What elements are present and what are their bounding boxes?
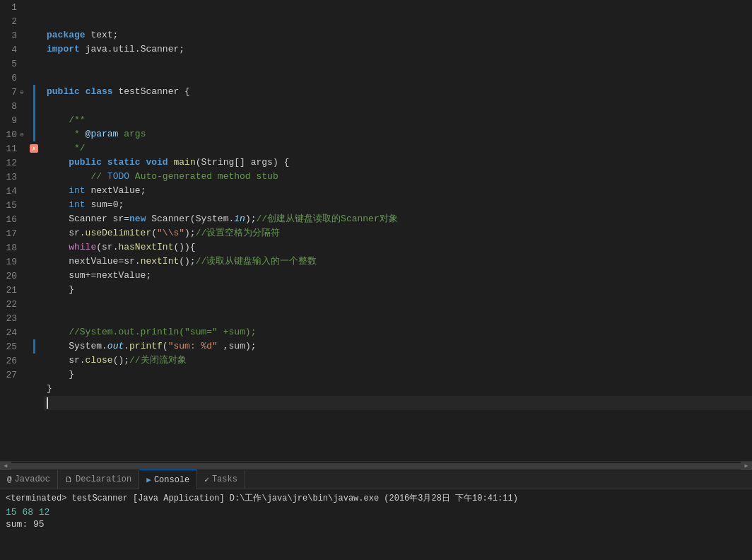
token-kw: class	[86, 85, 113, 99]
token-comment: //关闭流对象	[129, 354, 187, 368]
tab-console[interactable]: ▶Console	[139, 469, 197, 489]
token-plain: Scanner(System.	[146, 212, 234, 226]
token-plain: }	[47, 368, 74, 382]
token-plain: );	[245, 212, 257, 226]
line-num-text: 23	[0, 313, 17, 324]
token-kw: import	[47, 42, 80, 57]
line-num-text: 11	[0, 144, 17, 154]
tab-icon-tasks: ✓	[204, 475, 209, 484]
token-string: "sum: %d"	[168, 339, 218, 354]
token-kw2: while	[69, 240, 96, 255]
margin-row-7	[27, 85, 41, 99]
code-line-6	[44, 99, 752, 113]
code-line-27	[44, 396, 752, 410]
token-comment: //	[47, 170, 107, 184]
line-number-12: 12	[0, 156, 27, 170]
console-output: sum: 95	[6, 519, 746, 530]
code-scroll-area[interactable]: 1234567⊖8910⊖111213141516171819202122232…	[0, 0, 752, 461]
token-comment: /**	[47, 113, 86, 127]
token-plain: (sr.	[96, 240, 118, 255]
margin-row-2	[27, 14, 41, 28]
code-line-1: package text;	[44, 28, 752, 42]
tab-label-console: Console	[154, 475, 189, 485]
scroll-right-button[interactable]: ▶	[741, 462, 752, 470]
token-plain	[47, 240, 69, 255]
tab-javadoc[interactable]: @Javadoc	[0, 469, 58, 489]
fold-range-indicator	[33, 113, 35, 127]
token-plain: testScanner {	[113, 85, 190, 99]
margin-row-3	[27, 28, 41, 42]
scroll-track[interactable]	[11, 463, 741, 469]
code-line-14: Scanner sr=new Scanner(System.in);//创建从键…	[44, 212, 752, 226]
line-number-16: 16	[0, 212, 27, 226]
line-num-text: 17	[0, 228, 17, 239]
text-cursor	[47, 397, 48, 409]
token-method: close	[86, 354, 113, 368]
fold-range-indicator	[33, 85, 35, 99]
line-num-text: 15	[0, 200, 17, 211]
line-num-text: 9	[0, 115, 17, 126]
fold-button[interactable]: ⊖	[17, 131, 27, 139]
left-margin: ✗	[27, 0, 41, 461]
scroll-left-button[interactable]: ◀	[0, 462, 11, 470]
line-num-text: 12	[0, 158, 17, 168]
token-type: int	[69, 198, 85, 212]
console-numbers: 15 68 12	[6, 507, 746, 518]
line-num-text: 18	[0, 243, 17, 253]
code-line-16: while(sr.hasNextInt()){	[44, 240, 752, 255]
margin-row-25	[27, 339, 41, 354]
code-line-3	[44, 57, 752, 71]
token-plain: );	[184, 226, 196, 240]
line-num-text: 27	[0, 370, 17, 380]
margin-row-12	[27, 156, 41, 170]
tab-declaration[interactable]: 🗋Declaration	[58, 469, 139, 489]
line-number-6: 6	[0, 71, 27, 85]
token-comment: //设置空格为分隔符	[196, 226, 281, 240]
token-plain: }	[47, 283, 74, 297]
error-indicator: ✗	[30, 144, 38, 153]
line-number-21: 21	[0, 283, 27, 297]
margin-row-14	[27, 184, 41, 198]
code-line-20	[44, 297, 752, 311]
line-num-text: 10	[0, 129, 17, 140]
margin-row-15	[27, 198, 41, 212]
line-number-7: 7⊖	[0, 85, 27, 99]
code-lines[interactable]: package text;import java.util.Scanner; p…	[41, 0, 752, 461]
token-plain: sum+=nextValue;	[47, 269, 151, 283]
token-annotation: @param	[86, 127, 119, 141]
code-line-22: //System.out.println("sum=" +sum);	[44, 325, 752, 339]
margin-row-6	[27, 71, 41, 85]
token-plain: }	[47, 382, 52, 396]
tab-label-javadoc: Javadoc	[15, 474, 50, 484]
fold-button[interactable]: ⊖	[17, 88, 27, 96]
token-method: main	[173, 156, 195, 170]
line-num-text: 1	[0, 2, 17, 13]
tab-tasks[interactable]: ✓Tasks	[197, 469, 245, 489]
token-plain: nextValue;	[86, 184, 146, 198]
line-number-13: 13	[0, 170, 27, 184]
line-number-19: 19	[0, 255, 27, 269]
token-kw: public	[47, 85, 80, 99]
line-num-text: 14	[0, 186, 17, 197]
token-static-field: in	[234, 212, 245, 226]
line-num-text: 21	[0, 285, 17, 296]
horizontal-scrollbar[interactable]: ◀ ▶	[0, 461, 752, 469]
token-plain: nextValue=sr.	[47, 255, 141, 269]
margin-row-5	[27, 57, 41, 71]
token-kw: static	[107, 156, 141, 170]
line-number-17: 17	[0, 226, 27, 240]
code-line-4	[44, 71, 752, 85]
margin-row-11: ✗	[27, 141, 41, 156]
code-line-24: sr.close();//关闭流对象	[44, 354, 752, 368]
token-comment: *	[47, 127, 86, 141]
code-line-8: * @param args	[44, 127, 752, 141]
margin-row-19	[27, 255, 41, 269]
tab-icon-declaration: 🗋	[65, 475, 73, 484]
bottom-tab-bar: @Javadoc🗋Declaration▶Console✓Tasks	[0, 469, 752, 489]
code-line-26: }	[44, 382, 752, 396]
code-line-21	[44, 311, 752, 325]
token-plain	[47, 198, 69, 212]
token-method: hasNextInt	[118, 240, 173, 255]
token-static-field: out	[107, 339, 124, 354]
margin-row-18	[27, 240, 41, 255]
